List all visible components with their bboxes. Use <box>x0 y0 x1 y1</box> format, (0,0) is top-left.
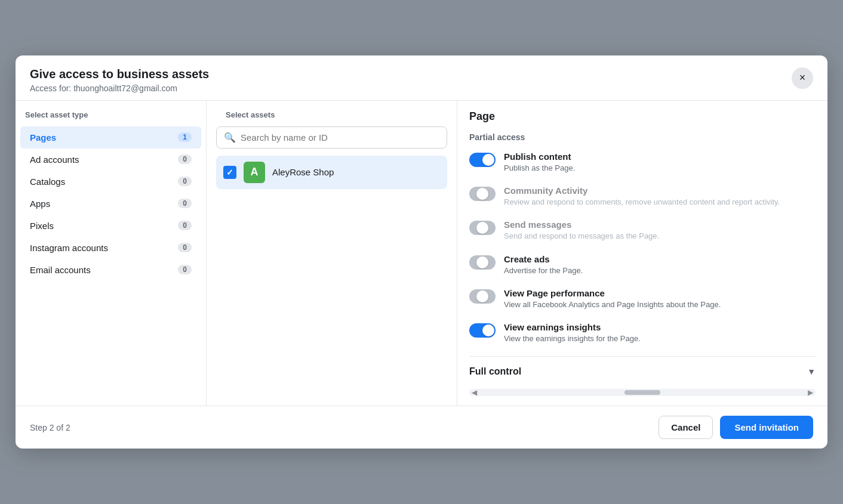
footer-buttons: Cancel Send invitation <box>659 416 813 439</box>
asset-type-item-email[interactable]: Email accounts 0 <box>20 259 201 281</box>
perm-desc-performance: View all Facebook Analytics and Page Ins… <box>504 299 721 310</box>
asset-type-item-catalogs[interactable]: Catalogs 0 <box>20 171 201 193</box>
asset-type-label-apps: Apps <box>30 199 50 209</box>
modal-header-text: Give access to business assets Access fo… <box>30 67 209 93</box>
modal-body: Select asset type Pages 1 Ad accounts 0 … <box>16 101 827 406</box>
asset-list-item[interactable]: ✓ A AleyRose Shop <box>216 156 447 189</box>
modal-subtitle: Access for: thuonghoailtt72@gmail.com <box>30 84 209 93</box>
modal-header: Give access to business assets Access fo… <box>16 55 827 101</box>
permission-row-messages: Send messages Send and respond to messag… <box>469 219 816 242</box>
partial-access-title: Partial access <box>469 132 816 142</box>
perm-title-earnings: View earnings insights <box>504 322 641 332</box>
permissions-column: Page Partial access Publish content Publ… <box>457 101 827 406</box>
modal-dialog: Give access to business assets Access fo… <box>16 55 827 449</box>
toggle-ads[interactable] <box>469 255 496 272</box>
asset-count-pixels: 0 <box>178 221 192 230</box>
asset-type-label-catalogs: Catalogs <box>30 177 65 187</box>
modal-title: Give access to business assets <box>30 67 209 81</box>
permission-row-publish: Publish content Publish as the Page. <box>469 151 816 174</box>
scroll-right-arrow[interactable]: ▶ <box>808 388 813 397</box>
toggle-earnings[interactable] <box>469 323 496 340</box>
asset-type-label-pages: Pages <box>30 132 56 143</box>
send-invitation-button[interactable]: Send invitation <box>720 416 813 439</box>
permission-text-messages: Send messages Send and respond to messag… <box>504 219 659 242</box>
select-assets-column: Select assets 🔍 ✓ A AleyRose Shop <box>207 101 457 406</box>
perm-title-publish: Publish content <box>504 151 575 162</box>
modal-footer: Step 2 of 2 Cancel Send invitation <box>16 406 827 449</box>
asset-count-instagram: 0 <box>178 243 192 252</box>
asset-checkbox[interactable]: ✓ <box>223 166 236 179</box>
asset-type-label-ad-accounts: Ad accounts <box>30 154 79 165</box>
permission-row-performance: View Page performance View all Facebook … <box>469 288 816 310</box>
asset-count-email: 0 <box>178 265 192 274</box>
asset-count-ad-accounts: 0 <box>178 154 192 164</box>
horizontal-scrollbar[interactable]: ◀ ▶ <box>469 389 816 396</box>
full-control-row[interactable]: Full control ▼ <box>469 366 816 377</box>
asset-type-item-apps[interactable]: Apps 0 <box>20 193 201 215</box>
search-input[interactable] <box>241 132 439 143</box>
cancel-button[interactable]: Cancel <box>659 416 713 439</box>
permission-text-performance: View Page performance View all Facebook … <box>504 288 721 310</box>
perm-desc-publish: Publish as the Page. <box>504 163 575 174</box>
perm-title-messages: Send messages <box>504 219 659 230</box>
perm-title-performance: View Page performance <box>504 288 721 298</box>
asset-count-pages: 1 <box>178 132 192 142</box>
toggle-community[interactable] <box>469 187 496 203</box>
close-button[interactable]: × <box>792 67 813 89</box>
permissions-title: Page <box>469 110 816 123</box>
asset-type-item-pages[interactable]: Pages 1 <box>20 126 201 149</box>
permission-text-community: Community Activity Review and respond to… <box>504 185 780 208</box>
perm-desc-community: Review and respond to comments, remove u… <box>504 197 780 208</box>
asset-type-label-instagram: Instagram accounts <box>30 243 108 253</box>
asset-avatar: A <box>244 162 265 183</box>
select-assets-header: Select assets <box>216 110 447 126</box>
asset-type-item-pixels[interactable]: Pixels 0 <box>20 215 201 237</box>
asset-type-column: Select asset type Pages 1 Ad accounts 0 … <box>16 101 207 406</box>
section-divider <box>469 356 816 357</box>
permission-row-earnings: View earnings insights View the earnings… <box>469 322 816 344</box>
asset-type-label-pixels: Pixels <box>30 221 54 231</box>
perm-desc-earnings: View the earnings insights for the Page. <box>504 333 641 344</box>
permission-row-community: Community Activity Review and respond to… <box>469 185 816 208</box>
asset-count-apps: 0 <box>178 199 192 208</box>
asset-type-label-email: Email accounts <box>30 265 91 275</box>
toggle-performance[interactable] <box>469 289 496 306</box>
search-box[interactable]: 🔍 <box>216 126 447 149</box>
asset-type-item-instagram[interactable]: Instagram accounts 0 <box>20 237 201 259</box>
search-icon: 🔍 <box>224 132 236 143</box>
permission-text-earnings: View earnings insights View the earnings… <box>504 322 641 344</box>
perm-title-ads: Create ads <box>504 254 583 264</box>
permission-row-ads: Create ads Advertise for the Page. <box>469 254 816 276</box>
modal-backdrop: Give access to business assets Access fo… <box>0 0 843 504</box>
permission-text-ads: Create ads Advertise for the Page. <box>504 254 583 276</box>
toggle-messages[interactable] <box>469 221 496 237</box>
permission-text-publish: Publish content Publish as the Page. <box>504 151 575 174</box>
asset-count-catalogs: 0 <box>178 177 192 186</box>
step-label: Step 2 of 2 <box>30 423 70 432</box>
asset-type-item-ad-accounts[interactable]: Ad accounts 0 <box>20 149 201 171</box>
full-control-label: Full control <box>469 366 521 377</box>
checkmark-icon: ✓ <box>226 168 233 177</box>
perm-desc-ads: Advertise for the Page. <box>504 265 583 276</box>
scroll-thumb <box>624 390 660 395</box>
perm-desc-messages: Send and respond to messages as the Page… <box>504 231 659 242</box>
toggle-publish[interactable] <box>469 153 496 169</box>
perm-title-community: Community Activity <box>504 185 780 196</box>
asset-name: AleyRose Shop <box>272 167 334 177</box>
asset-type-header: Select asset type <box>16 110 206 126</box>
scroll-left-arrow[interactable]: ◀ <box>472 388 477 397</box>
chevron-down-icon: ▼ <box>807 367 816 376</box>
